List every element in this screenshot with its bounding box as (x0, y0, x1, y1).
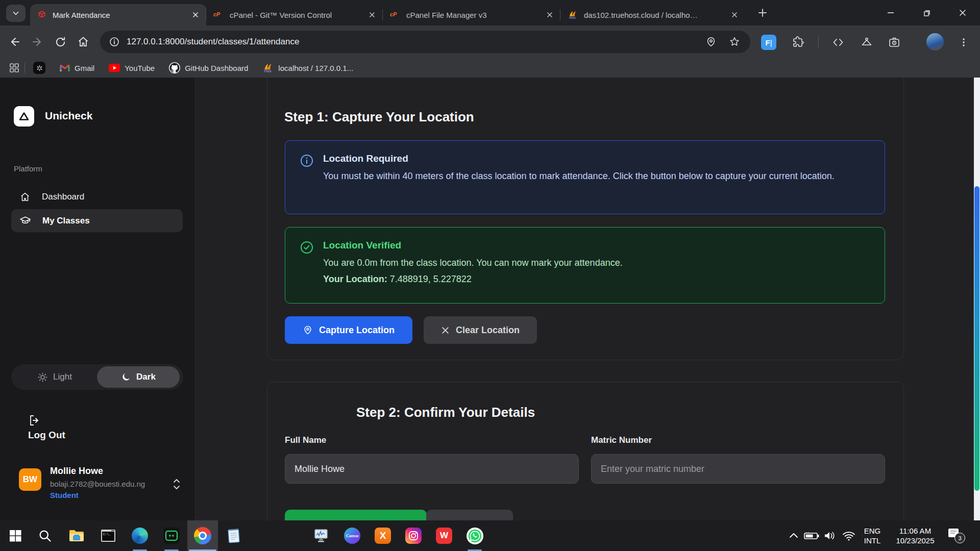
cpanel-favicon-icon: cP (213, 11, 224, 18)
bookmark-localhost-phpmyadmin[interactable]: PMA localhost / 127.0.0.1... (262, 63, 353, 73)
command-prompt-button[interactable]: C:\_ (96, 523, 120, 548)
sidebar-item-label: Dashboard (42, 192, 84, 202)
theme-option-dark[interactable]: Dark (97, 366, 180, 388)
user-menu-button[interactable] (172, 478, 182, 491)
page-scrollbar[interactable] (974, 78, 980, 520)
tab-close-icon[interactable] (546, 11, 553, 18)
chrome-button[interactable] (187, 520, 218, 551)
web-page-viewport: Unicheck Platform Dashboard My Classes L… (0, 78, 980, 520)
clear-location-button[interactable]: Clear Location (424, 316, 537, 344)
tab-close-icon[interactable] (369, 11, 376, 18)
resource-monitor-button[interactable] (309, 523, 334, 548)
forward-button[interactable] (29, 34, 44, 49)
app-brand-name: Unicheck (45, 110, 92, 122)
taskbar-search-button[interactable] (33, 523, 57, 548)
back-arrow-icon (9, 36, 21, 48)
capture-location-button[interactable]: Capture Location (285, 316, 412, 344)
bookmark-star-icon[interactable] (729, 36, 740, 47)
capture-location-label: Capture Location (319, 325, 395, 336)
toolbar-divider (818, 36, 819, 48)
log-out-button[interactable] (28, 414, 40, 427)
location-pin-icon (303, 325, 313, 335)
volume-icon[interactable] (823, 531, 836, 541)
theme-dark-label: Dark (136, 372, 156, 382)
location-pin-icon[interactable] (705, 36, 717, 47)
green-terminal-app-button[interactable] (159, 523, 184, 548)
notepad-button[interactable] (222, 523, 246, 548)
submit-attendance-button[interactable] (285, 510, 427, 520)
browser-menu-kebab-icon[interactable] (955, 34, 972, 51)
start-button[interactable] (3, 523, 28, 548)
step2-title: Step 2: Confirm Your Details (356, 405, 535, 420)
reload-button[interactable] (53, 34, 68, 49)
profile-avatar[interactable] (926, 33, 944, 51)
tab-close-icon[interactable] (731, 11, 738, 18)
log-out-icon (28, 414, 40, 427)
svg-text:C:\_: C:\_ (103, 533, 111, 536)
address-bar[interactable]: 127.0.0.1:8000/student/classes/1/attenda… (100, 31, 750, 53)
alert-title: Location Verified (323, 240, 869, 251)
bookmark-label: localhost / 127.0.0.1... (278, 64, 353, 72)
theme-toggle: Light Dark (11, 364, 183, 390)
xampp-button[interactable]: X (371, 523, 395, 548)
chatgpt-icon (33, 62, 45, 74)
window-restore-button[interactable] (911, 0, 943, 26)
step1-title: Step 1: Capture Your Location (284, 109, 474, 125)
bookmark-gmail[interactable]: Gmail (60, 64, 94, 72)
user-avatar[interactable]: BW (19, 468, 41, 491)
minimize-icon (887, 9, 895, 17)
apps-grid-icon[interactable] (9, 63, 19, 73)
instagram-button[interactable] (401, 523, 426, 548)
bookmark-github[interactable]: GitHub Dashboard (169, 62, 248, 73)
back-button[interactable] (8, 34, 23, 49)
secondary-button[interactable] (426, 510, 513, 520)
browser-tab-cpanel-git[interactable]: cP cPanel - Git™ Version Control (206, 4, 383, 26)
extensions-puzzle-icon[interactable] (790, 34, 806, 51)
sidebar-item-dashboard[interactable]: Dashboard (11, 186, 183, 208)
theme-option-light[interactable]: Light (16, 364, 93, 390)
full-name-input[interactable] (285, 454, 579, 484)
matric-number-input[interactable] (591, 454, 885, 484)
chrome-icon (194, 527, 211, 544)
bookmark-chatgpt[interactable] (33, 62, 45, 74)
battery-icon[interactable] (804, 532, 819, 540)
canva-icon: Canva (344, 528, 360, 544)
tray-chevron-up-icon[interactable] (789, 532, 799, 539)
canva-button[interactable]: Canva (340, 523, 364, 548)
window-minimize-button[interactable] (874, 0, 907, 26)
tab-title: Mark Attendance (53, 11, 187, 19)
page-info-icon[interactable] (109, 37, 119, 47)
file-explorer-button[interactable] (64, 523, 89, 548)
clock-date: 10/23/2025 (887, 536, 943, 545)
code-extension-icon[interactable] (830, 34, 846, 51)
sidebar-item-my-classes[interactable]: My Classes (11, 209, 183, 232)
home-icon (19, 191, 31, 203)
extension-fi-icon[interactable]: F| (761, 34, 777, 51)
window-close-button[interactable] (946, 0, 979, 26)
new-tab-button[interactable] (756, 7, 769, 19)
whatsapp-button[interactable] (462, 523, 487, 548)
bookmark-youtube[interactable]: YouTube (109, 64, 155, 72)
screenshot-extension-icon[interactable] (886, 34, 902, 51)
browser-tab-phpmyadmin[interactable]: PMA das102.truehost.cloud / localho… (560, 4, 745, 26)
edge-button[interactable] (128, 523, 152, 548)
tray-language[interactable]: ENG INTL (861, 526, 884, 545)
home-button[interactable] (76, 34, 91, 49)
alert-body: You must be within 40 meters of the clas… (323, 168, 864, 184)
scrollbar-thumb[interactable] (974, 186, 979, 491)
wps-office-icon: W (436, 528, 452, 544)
user-role-link[interactable]: Student (50, 491, 79, 499)
tab-search-button[interactable] (6, 5, 26, 22)
unicheck-logo[interactable] (14, 106, 34, 127)
reload-icon (55, 36, 66, 48)
wifi-icon[interactable] (842, 531, 855, 541)
log-out-label[interactable]: Log Out (28, 430, 65, 441)
tray-clock[interactable]: 11:06 AM 10/23/2025 (887, 526, 943, 545)
browser-tab-cpanel-files[interactable]: cP cPanel File Manager v3 (383, 4, 560, 26)
wps-office-button[interactable]: W (432, 523, 456, 548)
tab-close-icon[interactable] (192, 11, 199, 18)
browser-tab-mark-attendance[interactable]: Mark Attendance (30, 4, 206, 26)
url-text[interactable]: 127.0.0.1:8000/student/classes/1/attenda… (127, 37, 705, 47)
hanger-extension-icon[interactable] (859, 34, 875, 51)
notifications-button[interactable]: 3 (947, 528, 961, 540)
